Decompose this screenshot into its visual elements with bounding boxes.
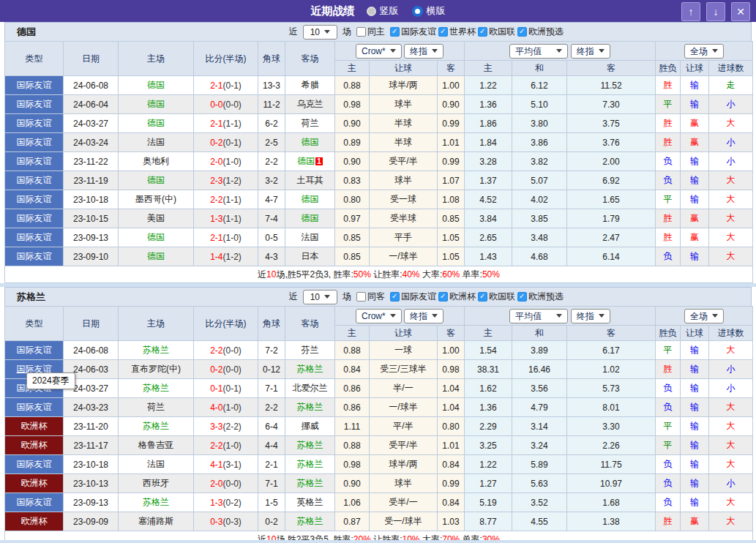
home-team-cell[interactable]: 德国 <box>119 114 194 133</box>
europe-time-select[interactable]: 终指 <box>571 44 610 59</box>
handicap-result-cell-text: 输 <box>690 364 699 374</box>
europe-company-select[interactable]: 平均值 <box>509 44 568 59</box>
home-team-cell[interactable]: 苏格兰 <box>119 417 194 436</box>
match-type-cell[interactable]: 欧洲杯 <box>5 436 64 455</box>
close-button[interactable]: ✕ <box>731 2 750 21</box>
away-team-cell[interactable]: 苏格兰 <box>285 455 335 474</box>
home-team-cell[interactable]: 苏格兰 <box>119 493 194 512</box>
away-team-cell[interactable]: 芬兰 <box>285 341 335 360</box>
home-team-cell[interactable]: 直布罗陀(中) <box>119 360 194 379</box>
scope-select[interactable]: 全场 <box>684 309 724 323</box>
match-type-cell[interactable]: 国际友谊 <box>5 76 64 95</box>
away-team-cell[interactable]: 法国 <box>285 228 335 247</box>
competition-checkbox-item[interactable]: 欧洲预选 <box>517 26 564 38</box>
radio-horizontal-layout[interactable]: 横版 <box>412 4 446 18</box>
odds-company-select[interactable]: Crow* <box>356 309 402 323</box>
match-type-cell[interactable]: 国际友谊 <box>5 152 64 171</box>
match-type-cell[interactable]: 欧洲杯 <box>5 417 64 436</box>
competition-checkbox-item[interactable]: 欧国联 <box>478 26 515 38</box>
score-cell: 1-3(1-1) <box>194 209 258 228</box>
asian-home-odds: 0.84 <box>335 360 370 379</box>
same-venue-checkbox-item[interactable]: 同客 <box>356 291 385 303</box>
match-type-cell[interactable]: 国际友谊 <box>5 493 64 512</box>
away-team-cell[interactable]: 德国1 <box>285 152 335 171</box>
home-team-cell[interactable]: 塞浦路斯 <box>119 512 194 531</box>
europe-odds-group: 平均值 终指 <box>465 307 656 326</box>
competition-checkbox-item[interactable]: 国际友谊 <box>390 26 436 38</box>
competition-checkbox-item[interactable]: 欧国联 <box>478 291 515 303</box>
away-team-cell[interactable]: 苏格兰 <box>285 512 335 531</box>
away-team-cell[interactable]: 德国 <box>285 133 335 152</box>
away-team-cell[interactable]: 德国 <box>285 190 335 209</box>
move-up-button[interactable]: ↑ <box>681 2 700 21</box>
match-type-cell[interactable]: 国际友谊 <box>5 133 64 152</box>
home-team-cell[interactable]: 苏格兰 <box>119 341 194 360</box>
scope-select[interactable]: 全场 <box>684 44 724 59</box>
away-team-cell[interactable]: 德国 <box>285 209 335 228</box>
home-team-cell[interactable]: 苏格兰 <box>119 379 194 398</box>
home-team-cell[interactable]: 德国 <box>119 171 194 190</box>
goals-result-cell-text: 大 <box>727 421 736 431</box>
away-team-cell[interactable]: 日本 <box>285 247 335 266</box>
away-team-cell[interactable]: 土耳其 <box>285 171 335 190</box>
odds-company-select[interactable]: Crow* <box>356 44 402 59</box>
home-team-name: 苏格兰 <box>143 383 169 393</box>
section-bar: 苏格兰 近 10 场 同客 国际友谊欧洲杯欧国联欧洲预选 <box>4 287 752 306</box>
away-team-cell[interactable]: 苏格兰 <box>285 436 335 455</box>
match-type-cell[interactable]: 国际友谊 <box>5 228 64 247</box>
match-type-cell[interactable]: 国际友谊 <box>5 209 64 228</box>
home-team-cell[interactable]: 奥地利 <box>119 152 194 171</box>
europe-company-select[interactable]: 平均值 <box>509 309 568 323</box>
recent-count-select[interactable]: 10 <box>303 25 337 40</box>
away-team-cell[interactable]: 荷兰 <box>285 114 335 133</box>
home-team-cell[interactable]: 法国 <box>119 133 194 152</box>
match-type-cell[interactable]: 国际友谊 <box>5 190 64 209</box>
asian-home-odds: 0.90 <box>335 152 370 171</box>
match-type-cell[interactable]: 国际友谊 <box>5 171 64 190</box>
home-team-cell[interactable]: 德国 <box>119 228 194 247</box>
same-venue-checkbox-item[interactable]: 同主 <box>356 26 385 38</box>
move-down-button[interactable]: ↓ <box>706 2 725 21</box>
competition-checkbox-item[interactable]: 欧洲预选 <box>517 291 564 303</box>
competition-checkbox-item[interactable]: 世界杯 <box>438 26 476 38</box>
away-team-cell[interactable]: 挪威 <box>285 417 335 436</box>
match-type-cell[interactable]: 欧洲杯 <box>5 512 64 531</box>
home-team-cell[interactable]: 美国 <box>119 209 194 228</box>
away-team-cell[interactable]: 苏格兰 <box>285 398 335 417</box>
match-type-cell[interactable]: 国际友谊 <box>5 114 64 133</box>
home-team-cell[interactable]: 墨西哥(中) <box>119 190 194 209</box>
competition-checkbox-item[interactable]: 欧洲杯 <box>438 291 476 303</box>
radio-vertical-layout[interactable]: 竖版 <box>367 4 399 18</box>
asian-away-odds: 0.99 <box>438 114 465 133</box>
euro-away-odds: 1.79 <box>567 209 656 228</box>
away-team-cell[interactable]: 苏格兰 <box>285 474 335 493</box>
away-team-cell[interactable]: 北爱尔兰 <box>285 379 335 398</box>
recent-count-select[interactable]: 10 <box>303 290 337 304</box>
home-team-cell[interactable]: 德国 <box>119 247 194 266</box>
goals-result-cell: 大 <box>709 228 753 247</box>
competition-checkbox-item[interactable]: 国际友谊 <box>390 291 436 303</box>
home-team-cell[interactable]: 德国 <box>119 76 194 95</box>
match-type-cell[interactable]: 国际友谊 <box>5 247 64 266</box>
match-type-cell[interactable]: 国际友谊 <box>5 95 64 114</box>
away-team-cell[interactable]: 乌克兰 <box>285 95 335 114</box>
home-team-cell[interactable]: 格鲁吉亚 <box>119 436 194 455</box>
home-team-cell[interactable]: 德国 <box>119 95 194 114</box>
home-team-cell[interactable]: 西班牙 <box>119 474 194 493</box>
odds-time-select[interactable]: 终指 <box>404 44 444 59</box>
away-team-cell[interactable]: 英格兰 <box>285 493 335 512</box>
europe-time-select[interactable]: 终指 <box>571 309 610 323</box>
asian-home-odds: 0.98 <box>335 95 370 114</box>
match-type-cell[interactable]: 国际友谊 <box>5 341 64 360</box>
match-type-cell[interactable]: 国际友谊 <box>5 398 64 417</box>
away-team-name: 苏格兰 <box>297 402 323 412</box>
subcol-result: 胜负 <box>656 326 681 341</box>
home-team-cell[interactable]: 荷兰 <box>119 398 194 417</box>
match-type-cell[interactable]: 国际友谊 <box>5 455 64 474</box>
home-team-cell[interactable]: 法国 <box>119 455 194 474</box>
odds-time-select[interactable]: 终指 <box>404 309 444 323</box>
away-team-cell[interactable]: 希腊 <box>285 76 335 95</box>
away-team-cell[interactable]: 苏格兰 <box>285 360 335 379</box>
checkbox-checked-icon <box>517 27 527 37</box>
match-type-cell[interactable]: 欧洲杯 <box>5 474 64 493</box>
